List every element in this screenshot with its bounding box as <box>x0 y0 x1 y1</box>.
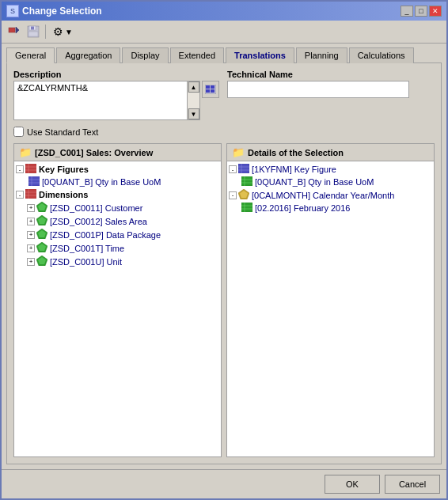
quant-b-icon <box>28 176 40 188</box>
toolbar-save-button[interactable] <box>25 23 42 40</box>
expand-key-figures[interactable]: - <box>16 165 24 173</box>
customer-icon <box>36 202 47 214</box>
svg-rect-0 <box>9 28 15 32</box>
left-panel: 📁 [ZSD_C001] Sales: Overview - <box>13 143 222 457</box>
tree-item-data-package[interactable]: + [ZSD_C001P] Data Package <box>16 228 219 241</box>
app-icon: S <box>6 5 19 17</box>
reset-icon <box>8 25 21 38</box>
settings-dropdown-icon: ▼ <box>65 28 73 40</box>
maximize-button[interactable]: □ <box>415 6 427 17</box>
expand-time[interactable]: + <box>27 244 35 252</box>
description-scrollbar: ▲ ▼ <box>188 81 200 120</box>
dialog-footer: OK Cancel <box>2 469 446 498</box>
tree-item-dimensions[interactable]: - Dimensions <box>16 188 219 201</box>
sales-area-label: [ZSD_C0012] Sales Area <box>50 217 147 226</box>
browse-icon <box>205 85 216 94</box>
tree-item-calmonth[interactable]: - [0CALMONTH] Calendar Year/Month <box>229 188 432 202</box>
unit-icon <box>36 256 47 267</box>
expand-sales-area[interactable]: + <box>27 218 35 225</box>
sales-area-icon <box>36 215 47 227</box>
right-panel-title: Details of the Selection <box>248 148 344 157</box>
tab-translations[interactable]: Translations <box>226 47 294 63</box>
expand-unit[interactable]: + <box>27 258 35 266</box>
tab-extended[interactable]: Extended <box>170 47 224 63</box>
unit-label: [ZSD_C001U] Unit <box>50 257 122 267</box>
toolbar-separator <box>45 25 46 39</box>
save-icon <box>27 25 40 38</box>
settings-icon: ⚙ <box>53 25 63 38</box>
description-group: Description &ZCALYRMNTH& ▲ ▼ <box>13 70 219 120</box>
technical-name-label: Technical Name <box>227 70 409 79</box>
scroll-down-arrow[interactable]: ▼ <box>188 108 199 119</box>
window-title: Change Selection <box>22 6 102 17</box>
dimensions-icon <box>25 189 36 200</box>
feb2016-label: [02.2016] February 2016 <box>255 203 350 213</box>
technical-name-input[interactable] <box>227 81 409 98</box>
main-window: S Change Selection _ □ ✕ ⚙ <box>0 0 448 500</box>
svg-marker-1 <box>16 27 19 33</box>
description-browse-button[interactable] <box>202 81 219 98</box>
expand-data-package[interactable]: + <box>27 231 35 239</box>
description-label: Description <box>13 70 219 79</box>
tree-item-customer[interactable]: + [ZSD_C0011] Customer <box>16 201 219 214</box>
key-figures-label: Key Figures <box>39 165 89 174</box>
svg-rect-5 <box>28 32 38 36</box>
main-content: Description &ZCALYRMNTH& ▲ ▼ <box>6 62 442 464</box>
left-panel-header: 📁 [ZSD_C001] Sales: Overview <box>14 144 221 161</box>
svg-rect-33 <box>238 164 249 173</box>
tree-item-unit[interactable]: + [ZSD_C001U] Unit <box>16 255 219 268</box>
left-panel-content: - Key Figures <box>14 161 221 456</box>
use-standard-text-row: Use Standard Text <box>13 127 435 137</box>
toolbar-reset-button[interactable] <box>6 23 23 40</box>
tab-aggregation[interactable]: Aggregation <box>56 47 120 63</box>
tree-item-1kyfnm[interactable]: - [1KYFNM] Key Figure <box>229 163 432 176</box>
toolbar-settings-button[interactable]: ⚙ <box>49 23 66 40</box>
tree-item-time[interactable]: + [ZSD_C001T] Time <box>16 241 219 255</box>
tree-item-right-quant-b[interactable]: [0QUANT_B] Qty in Base UoM <box>229 176 432 188</box>
expand-customer[interactable]: + <box>27 204 35 212</box>
svg-rect-4 <box>31 27 34 30</box>
title-bar: S Change Selection _ □ ✕ <box>2 2 446 21</box>
svg-rect-10 <box>211 89 215 93</box>
tree-item-sales-area[interactable]: + [ZSD_C0012] Sales Area <box>16 214 219 228</box>
minimize-button[interactable]: _ <box>401 6 413 17</box>
expand-calmonth[interactable]: - <box>229 191 237 199</box>
data-package-label: [ZSD_C001P] Data Package <box>50 230 161 240</box>
time-icon <box>36 242 47 254</box>
use-standard-text-checkbox[interactable] <box>13 127 24 137</box>
key-figures-icon <box>25 164 36 175</box>
svg-rect-15 <box>28 176 40 186</box>
svg-rect-8 <box>211 85 215 89</box>
expand-1kyfnm[interactable]: - <box>229 165 237 173</box>
expand-dimensions[interactable]: - <box>16 191 24 199</box>
ok-button[interactable]: OK <box>325 475 380 494</box>
tree-item-feb2016[interactable]: [02.2016] February 2016 <box>229 202 432 214</box>
tab-display[interactable]: Display <box>122 47 168 63</box>
toolbar: ⚙ ▼ <box>2 21 446 44</box>
right-quant-b-label: [0QUANT_B] Qty in Base UoM <box>255 177 374 187</box>
scroll-up-arrow[interactable]: ▲ <box>188 81 199 93</box>
tab-calculations[interactable]: Calculations <box>349 47 414 63</box>
tab-planning[interactable]: Planning <box>296 47 347 63</box>
svg-rect-37 <box>241 176 252 186</box>
close-button[interactable]: ✕ <box>429 6 442 17</box>
tree-item-key-figures[interactable]: - Key Figures <box>16 163 219 176</box>
calmonth-label: [0CALMONTH] Calendar Year/Month <box>252 191 394 200</box>
right-panel-header: 📁 Details of the Selection <box>227 144 434 161</box>
use-standard-text-label: Use Standard Text <box>27 127 98 137</box>
svg-rect-9 <box>206 89 210 93</box>
calmonth-icon <box>238 189 249 201</box>
kyfnm-label: [1KYFNM] Key Figure <box>252 165 336 174</box>
cancel-button[interactable]: Cancel <box>385 475 440 494</box>
svg-rect-7 <box>206 85 210 89</box>
description-input[interactable]: &ZCALYRMNTH& <box>13 81 188 120</box>
tree-item-0quant-b[interactable]: [0QUANT_B] Qty in Base UoM <box>16 176 219 188</box>
svg-rect-43 <box>241 203 252 212</box>
title-bar-left: S Change Selection <box>6 5 102 17</box>
technical-name-group: Technical Name <box>227 70 409 98</box>
time-label: [ZSD_C001T] Time <box>50 244 124 253</box>
tab-general[interactable]: General <box>6 47 55 63</box>
svg-rect-11 <box>25 164 36 173</box>
svg-rect-19 <box>25 189 36 199</box>
kyfnm-icon <box>238 164 249 175</box>
